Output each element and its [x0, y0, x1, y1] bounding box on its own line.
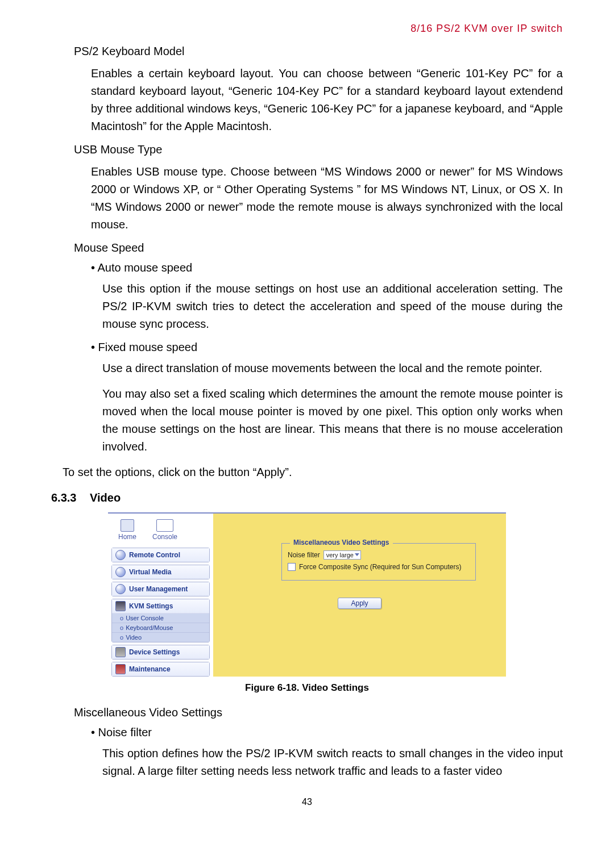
para-noise-filter: This option defines how the PS/2 IP-KVM … — [51, 745, 563, 780]
bullet-noise-filter: • Noise filter — [51, 726, 563, 739]
nav-kvm-settings[interactable]: KVM Settings — [112, 599, 209, 614]
device-settings-icon — [115, 647, 126, 657]
para-usb-mouse: Enables USB mouse type. Choose between “… — [51, 163, 563, 233]
misc-video-fieldset: Miscellaneous Video Settings Noise filte… — [281, 543, 476, 581]
running-header: 8/16 PS/2 KVM over IP switch — [51, 23, 563, 35]
toolbar-home-label: Home — [118, 533, 136, 541]
fieldset-legend: Miscellaneous Video Settings — [290, 539, 393, 546]
nav-sub-user-console[interactable]: oUser Console — [112, 614, 209, 623]
nav-remote-control[interactable]: Remote Control — [112, 548, 209, 562]
screenshot-sidebar: Home Console Remote Control — [108, 514, 213, 677]
kvm-settings-icon — [115, 601, 126, 611]
heading-mouse-speed: Mouse Speed — [51, 241, 563, 254]
home-icon — [121, 519, 134, 532]
heading-ps2-keyboard: PS/2 Keyboard Model — [51, 45, 563, 58]
nav-sub-keyboard-mouse[interactable]: oKeyboard/Mouse — [112, 623, 209, 633]
para-auto-mouse: Use this option if the mouse settings on… — [51, 280, 563, 333]
para-fixed-mouse-2: You may also set a fixed scaling which d… — [51, 385, 563, 456]
nav-user-management[interactable]: User Management — [112, 582, 209, 596]
force-sync-checkbox[interactable] — [288, 563, 296, 571]
noise-filter-select[interactable]: very large — [323, 550, 361, 560]
toolbar-console[interactable]: Console — [152, 519, 177, 541]
toolbar-console-label: Console — [152, 533, 177, 541]
maintenance-icon — [115, 664, 126, 674]
nav-remote-control-label: Remote Control — [129, 551, 180, 559]
nav-virtual-media-label: Virtual Media — [129, 568, 171, 576]
heading-misc-video: Miscellaneous Video Settings — [51, 706, 563, 719]
user-management-icon — [115, 584, 126, 594]
bullet-fixed-mouse: • Fixed mouse speed — [51, 341, 563, 354]
remote-control-icon — [115, 550, 126, 560]
console-icon — [156, 519, 173, 532]
heading-usb-mouse: USB Mouse Type — [51, 143, 563, 156]
bullet-auto-mouse: • Auto mouse speed — [51, 261, 563, 274]
nav-device-settings[interactable]: Device Settings — [112, 645, 209, 659]
para-fixed-mouse-1: Use a direct translation of mouse moveme… — [51, 360, 563, 377]
apply-button[interactable]: Apply — [338, 598, 381, 609]
nav-virtual-media[interactable]: Virtual Media — [112, 565, 209, 579]
virtual-media-icon — [115, 567, 126, 577]
nav-device-settings-label: Device Settings — [129, 648, 180, 656]
figure-screenshot: Home Console Remote Control — [108, 512, 506, 677]
nav-maintenance[interactable]: Maintenance — [112, 662, 209, 676]
nav-maintenance-label: Maintenance — [129, 665, 171, 673]
nav-kvm-settings-label: KVM Settings — [129, 602, 173, 610]
noise-filter-label: Noise filter — [288, 551, 320, 559]
figure-caption: Figure 6-18. Video Settings — [51, 682, 563, 694]
section-title: Video — [90, 491, 121, 504]
nav-user-management-label: User Management — [129, 585, 188, 593]
para-ps2-keyboard: Enables a certain keyboard layout. You c… — [51, 65, 563, 135]
force-sync-label: Force Composite Sync (Required for Sun C… — [299, 563, 461, 571]
toolbar-home[interactable]: Home — [118, 519, 136, 541]
para-apply-hint: To set the options, click on the button … — [51, 464, 563, 481]
page-number: 43 — [51, 797, 563, 807]
section-number: 6.3.3 — [51, 491, 76, 504]
nav-sub-video[interactable]: oVideo — [112, 633, 209, 642]
heading-video: 6.3.3 Video — [51, 491, 563, 504]
screenshot-content: Miscellaneous Video Settings Noise filte… — [213, 514, 506, 677]
